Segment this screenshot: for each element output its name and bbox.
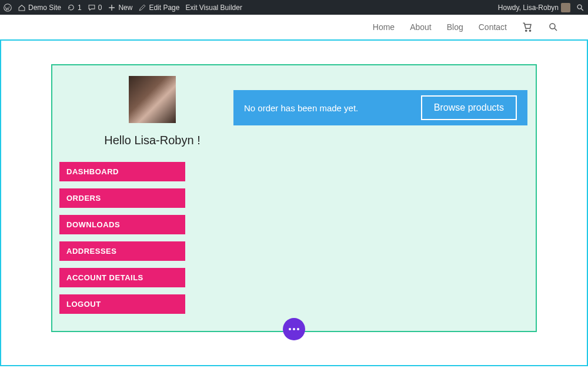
site-name-link[interactable]: Demo Site [18,4,61,12]
greeting: Hello Lisa-Robyn ! [93,134,211,147]
site-nav: Home About Blog Contact [0,15,588,39]
nav-dashboard[interactable]: DASHBOARD [59,162,185,181]
avatar-mini [561,3,570,12]
svg-point-2 [526,30,527,31]
cart-icon[interactable] [522,22,533,32]
refresh-count: 1 [78,4,82,12]
avatar [129,76,176,123]
new-link[interactable]: New [108,4,132,12]
nav-addresses[interactable]: ADDRESSES [59,241,185,261]
nav-about[interactable]: About [410,22,432,32]
nav-contact[interactable]: Contact [479,22,507,32]
builder-frame: Hello Lisa-Robyn ! DASHBOARD ORDERS DOWN… [0,39,588,366]
refresh-icon [67,4,75,12]
account-nav: DASHBOARD ORDERS DOWNLOADS ADDRESSES ACC… [59,162,185,314]
howdy-link[interactable]: Howdy, Lisa-Robyn [498,3,570,12]
wordpress-icon [4,4,12,12]
home-icon [18,4,26,12]
browse-products-button[interactable]: Browse products [421,95,517,120]
refresh-link[interactable]: 1 [67,4,82,12]
howdy-text: Howdy, Lisa-Robyn [498,4,559,12]
comments-count: 0 [98,4,102,12]
svg-point-4 [550,24,555,29]
orders-notice: No order has been made yet. Browse produ… [233,90,527,125]
search-icon[interactable] [548,22,559,32]
comment-icon [88,4,96,12]
svg-point-3 [529,30,530,31]
nav-orders[interactable]: ORDERS [59,188,185,208]
comments-link[interactable]: 0 [88,4,102,12]
nav-home[interactable]: Home [373,22,395,32]
svg-point-1 [577,5,582,9]
notice-message: No order has been made yet. [244,103,358,113]
edit-page-link[interactable]: Edit Page [138,4,179,12]
nav-downloads[interactable]: DOWNLOADS [59,215,185,234]
nav-blog[interactable]: Blog [447,22,463,32]
wp-logo[interactable] [4,4,12,12]
new-label: New [118,4,132,12]
edit-page-label: Edit Page [149,4,179,12]
profile-block: Hello Lisa-Robyn ! [93,76,211,147]
site-name: Demo Site [28,4,61,12]
builder-fab[interactable] [283,318,305,340]
svg-point-0 [4,4,12,11]
adminbar-search[interactable] [576,4,584,12]
exit-builder-link[interactable]: Exit Visual Builder [185,4,242,12]
exit-builder-label: Exit Visual Builder [185,4,242,12]
account-panel: Hello Lisa-Robyn ! DASHBOARD ORDERS DOWN… [51,64,537,332]
plus-icon [108,4,116,12]
nav-account-details[interactable]: ACCOUNT DETAILS [59,268,185,287]
search-icon [576,4,584,12]
nav-logout[interactable]: LOGOUT [59,294,185,314]
pencil-icon [138,4,146,12]
wp-admin-bar: Demo Site 1 0 New Edit Page Exit Visual … [0,0,588,15]
